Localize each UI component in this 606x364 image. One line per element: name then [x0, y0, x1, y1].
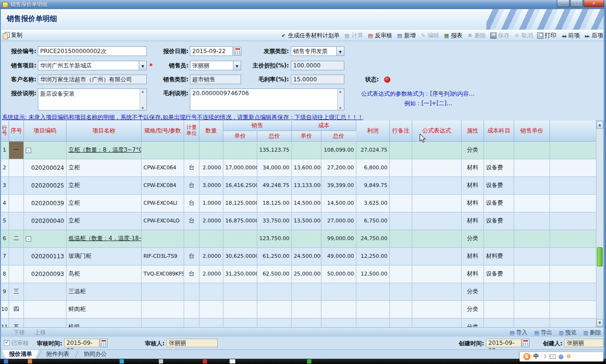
cell-filler[interactable] — [550, 265, 596, 283]
cell-unit[interactable]: 台 — [184, 194, 199, 212]
cell-sale_unit[interactable] — [514, 176, 550, 194]
cell-sale_price[interactable]: 16,416.2500 — [223, 176, 257, 194]
taskbar-app-icon[interactable] — [4, 359, 8, 364]
cell-cost_price[interactable] — [292, 283, 321, 300]
toolbar-button-next-item[interactable]: 后项 — [584, 32, 603, 40]
cell-filler[interactable] — [550, 247, 596, 265]
cell-cost_total[interactable] — [321, 300, 356, 318]
create-time-input[interactable]: 2015-09-22 — [486, 339, 521, 347]
cell-cost_subject[interactable]: 设备费 — [484, 265, 514, 283]
cell-code[interactable] — [24, 283, 66, 300]
cell-seq[interactable]: 一 — [9, 141, 24, 159]
cell-no[interactable]: 4 — [0, 194, 9, 212]
cell-spec[interactable] — [142, 141, 184, 159]
cell-attr[interactable]: 材料 — [462, 265, 484, 283]
cell-code[interactable]: 020200024 — [24, 159, 66, 176]
cell-formula[interactable] — [412, 159, 462, 176]
cell-name[interactable]: 机组 — [66, 318, 142, 327]
cell-cost_price[interactable]: 24,500.0000 — [292, 247, 321, 265]
col-header-sale-unit-price[interactable]: 销售单价 — [514, 121, 550, 141]
quote-date-input[interactable]: 2015-09-22 — [190, 46, 233, 56]
project-select[interactable]: 华润广州五羊新城店 — [38, 61, 147, 70]
cell-cost_total[interactable]: 27,200.00 — [321, 159, 356, 176]
toolbar-button-save[interactable]: 保存 — [490, 32, 509, 40]
cell-no[interactable]: 9 — [0, 283, 9, 300]
creator-input[interactable]: 张丽丽 — [564, 339, 604, 347]
cell-sale_total[interactable]: 49,248.75 — [257, 176, 292, 194]
user-icon[interactable] — [559, 354, 563, 359]
cell-code[interactable]: 020200113 — [24, 247, 66, 265]
cell-unit[interactable]: 台 — [184, 159, 199, 176]
cell-filler[interactable] — [550, 230, 596, 247]
toolbar-button-report[interactable]: 报表 — [443, 32, 463, 40]
cell-spec[interactable] — [142, 300, 184, 318]
cell-profit[interactable]: 3,625.00 — [356, 194, 390, 212]
cell-no[interactable]: 6 — [0, 230, 9, 247]
collapse-icon[interactable]: - — [26, 148, 31, 153]
cell-formula[interactable] — [412, 318, 462, 327]
cell-formula[interactable] — [412, 247, 462, 265]
cell-name[interactable]: 立柜 — [66, 159, 142, 176]
cell-sale_price[interactable]: 18,125.0000 — [223, 194, 257, 212]
cell-spec[interactable]: CPW-EXC04LI — [142, 194, 184, 212]
cell-no[interactable]: 11 — [0, 318, 9, 327]
cell-name[interactable]: 低温柜（数量：4，温度-18~-22°C） — [66, 230, 142, 247]
cell-formula[interactable] — [412, 283, 462, 300]
cell-qty[interactable]: 2.0000 — [199, 265, 223, 283]
cell-profit[interactable]: 12,250.00 — [356, 247, 390, 265]
taskbar-app-icon[interactable] — [307, 359, 311, 364]
cell-no[interactable]: 3 — [0, 176, 9, 194]
cell-spec[interactable] — [142, 283, 184, 300]
delete-button[interactable]: ▥删除 — [584, 329, 601, 337]
cell-qty[interactable]: 1.0000 — [199, 194, 223, 212]
cell-cost_total[interactable]: 99,000.00 — [321, 230, 356, 247]
salesman-select[interactable]: 张丽丽 — [190, 61, 241, 70]
tab-quote-list[interactable]: 报价清单 — [2, 350, 39, 359]
cell-attr[interactable]: 分类 — [462, 230, 484, 247]
cell-cost_total[interactable]: 108,099.00 — [321, 141, 356, 159]
cell-sale_price[interactable] — [223, 318, 257, 327]
cell-name[interactable]: 立柜（数量：8，温度3~7°C） — [66, 141, 142, 159]
cell-sale_unit[interactable] — [514, 212, 550, 230]
cell-filler[interactable] — [550, 159, 596, 176]
cell-cost_price[interactable] — [292, 230, 321, 247]
cell-name[interactable]: 三温柜 — [66, 283, 142, 300]
cell-cost_price[interactable] — [292, 141, 321, 159]
keyboard-icon[interactable] — [550, 354, 556, 359]
col-header-remark[interactable]: 行备注 — [390, 121, 412, 141]
cell-qty[interactable] — [199, 283, 223, 300]
cell-profit[interactable]: 6,800.00 — [356, 159, 390, 176]
cell-cost_price[interactable]: 25,000.0000 — [292, 265, 321, 283]
cell-qty[interactable] — [199, 230, 223, 247]
cell-qty[interactable]: 2.0000 — [199, 159, 223, 176]
col-header-sale-total[interactable]: 总价 — [257, 131, 292, 141]
cell-qty[interactable] — [199, 141, 223, 159]
cell-filler[interactable] — [550, 283, 596, 300]
cell-formula[interactable] — [412, 212, 462, 230]
cell-sale_price[interactable] — [223, 141, 257, 159]
cell-remark[interactable] — [390, 212, 412, 230]
col-header-cost-unit[interactable]: 单价 — [292, 131, 321, 141]
cell-remark[interactable] — [390, 230, 412, 247]
cell-code[interactable]: 020200093 — [24, 265, 66, 283]
cell-name[interactable]: 立柜 — [66, 212, 142, 230]
cell-formula[interactable] — [412, 265, 462, 283]
cell-profit[interactable]: 24,750.00 — [356, 230, 390, 247]
cell-cost_price[interactable]: 13,133.0000 — [292, 176, 321, 194]
margin-input[interactable]: 15.0000 — [291, 75, 344, 84]
cell-cost_subject[interactable] — [484, 141, 514, 159]
cell-sale_total[interactable] — [257, 300, 292, 318]
cell-profit[interactable]: 6,750.00 — [356, 212, 390, 230]
cell-sale_total[interactable]: 62,500.00 — [257, 265, 292, 283]
cell-cost_subject[interactable]: 材料费 — [484, 247, 514, 265]
col-header-row-no[interactable]: 行号 — [0, 121, 9, 141]
profit-desc-textarea[interactable]: 20.0000009746706 — [190, 88, 344, 110]
cell-unit[interactable] — [184, 230, 199, 247]
cell-unit[interactable]: 台 — [184, 265, 199, 283]
minimize-button[interactable]: — — [557, 0, 570, 7]
cell-sale_price[interactable]: 17,000.0000 — [223, 159, 257, 176]
cell-attr[interactable]: 分类 — [462, 141, 484, 159]
cell-cost_subject[interactable]: 设备费 — [484, 194, 514, 212]
cell-profit[interactable] — [356, 300, 390, 318]
cell-unit[interactable] — [184, 300, 199, 318]
